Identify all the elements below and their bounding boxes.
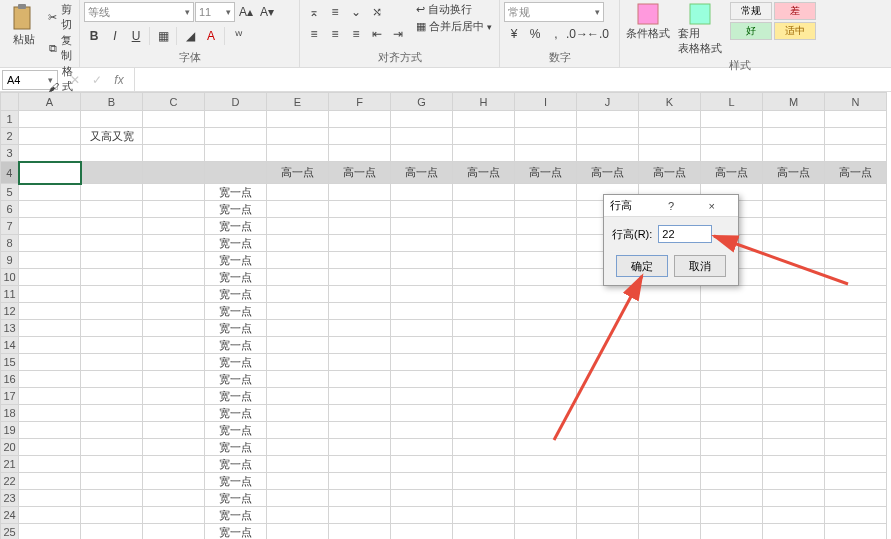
cell-G17[interactable] — [391, 388, 453, 405]
cell-B21[interactable] — [81, 456, 143, 473]
cell-C6[interactable] — [143, 201, 205, 218]
cell-J1[interactable] — [577, 111, 639, 128]
dec-decimal-button[interactable]: ←.0 — [588, 24, 608, 44]
cell-N17[interactable] — [825, 388, 887, 405]
cell-N24[interactable] — [825, 507, 887, 524]
cell-C21[interactable] — [143, 456, 205, 473]
cell-A19[interactable] — [19, 422, 81, 439]
cell-B20[interactable] — [81, 439, 143, 456]
col-header-E[interactable]: E — [267, 93, 329, 111]
fill-color-button[interactable]: ◢ — [180, 26, 200, 46]
cell-G7[interactable] — [391, 218, 453, 235]
cell-N7[interactable] — [825, 218, 887, 235]
cell-D9[interactable]: 宽一点 — [205, 252, 267, 269]
cell-E11[interactable] — [267, 286, 329, 303]
cell-E15[interactable] — [267, 354, 329, 371]
col-header-D[interactable]: D — [205, 93, 267, 111]
cell-I21[interactable] — [515, 456, 577, 473]
cell-E9[interactable] — [267, 252, 329, 269]
select-all-corner[interactable] — [1, 93, 19, 111]
cell-G24[interactable] — [391, 507, 453, 524]
cell-A9[interactable] — [19, 252, 81, 269]
cell-H17[interactable] — [453, 388, 515, 405]
row-height-input[interactable] — [658, 225, 712, 243]
cell-L12[interactable] — [701, 303, 763, 320]
cell-B15[interactable] — [81, 354, 143, 371]
cell-F24[interactable] — [329, 507, 391, 524]
cell-N3[interactable] — [825, 145, 887, 162]
cell-K21[interactable] — [639, 456, 701, 473]
cell-H12[interactable] — [453, 303, 515, 320]
cell-A16[interactable] — [19, 371, 81, 388]
cell-B11[interactable] — [81, 286, 143, 303]
cell-F2[interactable] — [329, 128, 391, 145]
cell-F11[interactable] — [329, 286, 391, 303]
cell-N13[interactable] — [825, 320, 887, 337]
cell-G10[interactable] — [391, 269, 453, 286]
cell-A24[interactable] — [19, 507, 81, 524]
cell-B19[interactable] — [81, 422, 143, 439]
row-header-25[interactable]: 25 — [1, 524, 19, 540]
cell-K12[interactable] — [639, 303, 701, 320]
cell-F9[interactable] — [329, 252, 391, 269]
col-header-I[interactable]: I — [515, 93, 577, 111]
cell-M8[interactable] — [763, 235, 825, 252]
cell-F15[interactable] — [329, 354, 391, 371]
cell-D18[interactable]: 宽一点 — [205, 405, 267, 422]
cell-N14[interactable] — [825, 337, 887, 354]
cell-J3[interactable] — [577, 145, 639, 162]
cell-M13[interactable] — [763, 320, 825, 337]
cell-J18[interactable] — [577, 405, 639, 422]
cell-K25[interactable] — [639, 524, 701, 540]
cell-B13[interactable] — [81, 320, 143, 337]
cell-C10[interactable] — [143, 269, 205, 286]
cell-N15[interactable] — [825, 354, 887, 371]
dialog-ok-button[interactable]: 确定 — [616, 255, 668, 277]
col-header-N[interactable]: N — [825, 93, 887, 111]
cell-K20[interactable] — [639, 439, 701, 456]
cell-L17[interactable] — [701, 388, 763, 405]
cell-A8[interactable] — [19, 235, 81, 252]
cell-H2[interactable] — [453, 128, 515, 145]
cell-D2[interactable] — [205, 128, 267, 145]
cell-M12[interactable] — [763, 303, 825, 320]
cell-K23[interactable] — [639, 490, 701, 507]
cell-D17[interactable]: 宽一点 — [205, 388, 267, 405]
cell-I4[interactable]: 高一点 — [515, 162, 577, 184]
cell-I1[interactable] — [515, 111, 577, 128]
cell-C13[interactable] — [143, 320, 205, 337]
row-header-3[interactable]: 3 — [1, 145, 19, 162]
cell-D11[interactable]: 宽一点 — [205, 286, 267, 303]
cell-J16[interactable] — [577, 371, 639, 388]
cell-F13[interactable] — [329, 320, 391, 337]
cell-H3[interactable] — [453, 145, 515, 162]
cell-E13[interactable] — [267, 320, 329, 337]
cell-E18[interactable] — [267, 405, 329, 422]
cell-E25[interactable] — [267, 524, 329, 540]
cell-I17[interactable] — [515, 388, 577, 405]
cell-J13[interactable] — [577, 320, 639, 337]
cell-I2[interactable] — [515, 128, 577, 145]
cell-A3[interactable] — [19, 145, 81, 162]
cell-D7[interactable]: 宽一点 — [205, 218, 267, 235]
cell-C3[interactable] — [143, 145, 205, 162]
italic-button[interactable]: I — [105, 26, 125, 46]
cell-A6[interactable] — [19, 201, 81, 218]
cell-D3[interactable] — [205, 145, 267, 162]
cell-L20[interactable] — [701, 439, 763, 456]
cell-K4[interactable]: 高一点 — [639, 162, 701, 184]
cell-H18[interactable] — [453, 405, 515, 422]
cell-D10[interactable]: 宽一点 — [205, 269, 267, 286]
comma-button[interactable]: , — [546, 24, 566, 44]
cell-I12[interactable] — [515, 303, 577, 320]
cell-M9[interactable] — [763, 252, 825, 269]
style-normal[interactable]: 常规 — [730, 2, 772, 20]
cell-G19[interactable] — [391, 422, 453, 439]
cell-B9[interactable] — [81, 252, 143, 269]
cell-C11[interactable] — [143, 286, 205, 303]
cell-A22[interactable] — [19, 473, 81, 490]
cell-B10[interactable] — [81, 269, 143, 286]
cell-B7[interactable] — [81, 218, 143, 235]
cell-E3[interactable] — [267, 145, 329, 162]
cell-I3[interactable] — [515, 145, 577, 162]
